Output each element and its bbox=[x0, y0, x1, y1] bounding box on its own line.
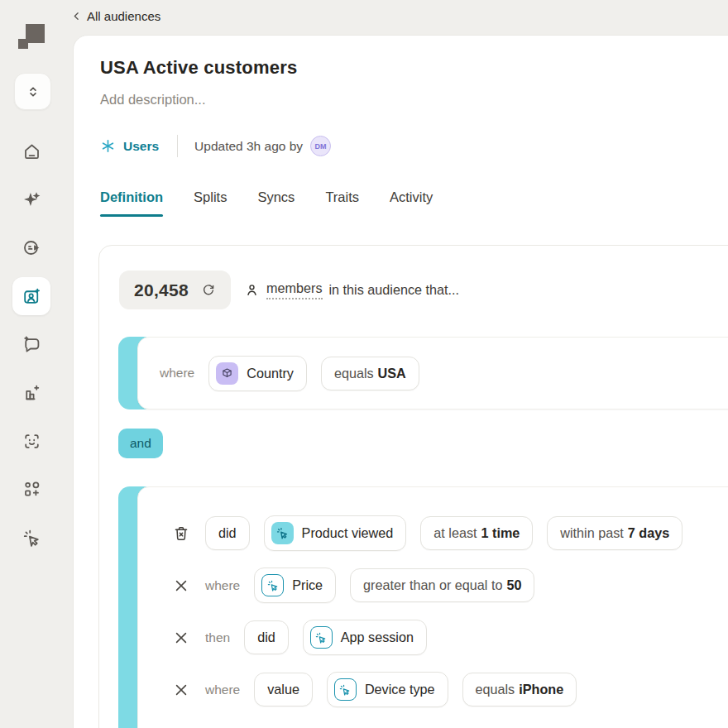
cube-icon bbox=[216, 362, 238, 385]
condition-row-then: then did App session bbox=[171, 620, 728, 655]
condition-card-country: where Country equals USA bbox=[137, 337, 728, 410]
entity-badge[interactable]: Users bbox=[100, 138, 159, 154]
remove-row-button[interactable] bbox=[171, 630, 191, 646]
breadcrumb-label: All audiences bbox=[87, 9, 160, 23]
sidebar bbox=[0, 0, 73, 728]
members-suffix: in this audience that... bbox=[329, 282, 459, 298]
home-icon bbox=[22, 141, 42, 162]
condition-row-price: where Price greater than or equal to 50 bbox=[171, 568, 728, 603]
description-placeholder[interactable]: Add description... bbox=[100, 92, 206, 108]
remove-row-button[interactable] bbox=[171, 577, 191, 594]
property-label: Device type bbox=[365, 682, 435, 697]
keyword-where: where bbox=[205, 682, 240, 697]
window-text: within past bbox=[560, 525, 623, 541]
updated-text: Updated 3h ago by bbox=[194, 139, 303, 154]
event-chip-product-viewed[interactable]: Product viewed bbox=[264, 515, 407, 551]
operator-text: greater than or equal to bbox=[363, 577, 502, 593]
property-chip-device-type[interactable]: Device type bbox=[327, 672, 448, 707]
remove-row-button[interactable] bbox=[171, 682, 191, 698]
face-scan-icon bbox=[22, 431, 42, 452]
definition-panel: 20,458 members in this audience that... … bbox=[98, 245, 728, 728]
chat-sparkle-icon bbox=[22, 334, 42, 355]
event-cursor-icon bbox=[271, 522, 294, 544]
event-label: App session bbox=[341, 630, 414, 645]
member-count-row: 20,458 members in this audience that... bbox=[119, 271, 459, 309]
operator-text: equals bbox=[476, 682, 515, 697]
app-logo bbox=[18, 24, 46, 50]
frequency-chip[interactable]: at least 1 time bbox=[420, 516, 533, 550]
and-connector[interactable]: and bbox=[118, 429, 163, 458]
sidebar-item-assistant[interactable] bbox=[12, 180, 50, 218]
cursor-sparkle-icon bbox=[22, 528, 42, 548]
chart-plus-icon bbox=[22, 382, 42, 403]
property-label: Price bbox=[292, 577, 323, 593]
window-value: 7 days bbox=[628, 525, 669, 541]
page-title[interactable]: USA Active customers bbox=[100, 57, 297, 79]
operator-chip-equals-iphone[interactable]: equals iPhone bbox=[462, 673, 577, 706]
tab-syncs[interactable]: Syncs bbox=[257, 189, 295, 217]
workspace-switcher[interactable] bbox=[14, 73, 51, 110]
condition-card-events: did Product viewed at least 1 time withi… bbox=[137, 486, 728, 728]
event-chip-app-session[interactable]: App session bbox=[303, 620, 427, 655]
event-cursor-icon bbox=[310, 626, 333, 649]
snowflake-icon bbox=[100, 138, 116, 154]
operator-value: 50 bbox=[506, 577, 521, 593]
event-property-cursor-icon bbox=[261, 574, 284, 596]
sidebar-item-analytics[interactable] bbox=[12, 373, 50, 411]
chevrons-up-down-icon bbox=[25, 84, 41, 100]
tab-traits[interactable]: Traits bbox=[325, 189, 359, 217]
entity-label: Users bbox=[123, 139, 159, 154]
sidebar-item-home[interactable] bbox=[12, 132, 50, 170]
meta-row: Users Updated 3h ago by DM bbox=[100, 135, 331, 157]
delete-row-button[interactable] bbox=[171, 524, 191, 543]
sidebar-item-journeys[interactable] bbox=[12, 228, 50, 266]
condition-row-event: did Product viewed at least 1 time withi… bbox=[171, 515, 728, 551]
refresh-button[interactable] bbox=[201, 283, 216, 298]
property-label: Country bbox=[247, 366, 294, 381]
sidebar-item-activation[interactable] bbox=[12, 519, 50, 557]
operator-chip-gte-50[interactable]: greater than or equal to 50 bbox=[350, 568, 534, 602]
member-count: 20,458 bbox=[134, 280, 189, 300]
members-link[interactable]: members bbox=[266, 280, 322, 299]
event-label: Product viewed bbox=[302, 525, 394, 541]
keyword-chip-did[interactable]: did bbox=[205, 516, 250, 550]
audiences-card-icon bbox=[22, 286, 42, 307]
person-icon bbox=[244, 282, 260, 298]
tab-splits[interactable]: Splits bbox=[194, 189, 227, 217]
frequency-text: at least bbox=[433, 525, 477, 541]
tab-activity[interactable]: Activity bbox=[390, 189, 433, 217]
journeys-face-icon bbox=[22, 237, 42, 258]
main-content-card: USA Active customers Add description... … bbox=[73, 35, 728, 728]
keyword-chip-did[interactable]: did bbox=[244, 620, 289, 654]
operator-value: iPhone bbox=[519, 682, 563, 697]
time-window-chip[interactable]: within past 7 days bbox=[547, 516, 682, 550]
avatar: DM bbox=[310, 136, 331, 156]
tab-definition[interactable]: Definition bbox=[100, 189, 163, 217]
frequency-value: 1 time bbox=[481, 525, 520, 541]
operator-value: USA bbox=[378, 366, 406, 381]
apps-plus-icon bbox=[22, 479, 42, 500]
tab-bar: Definition Splits Syncs Traits Activity bbox=[100, 189, 433, 217]
ai-sparkle-icon bbox=[22, 189, 42, 210]
member-count-pill: 20,458 bbox=[119, 271, 231, 309]
divider bbox=[177, 135, 178, 157]
operator-text: equals bbox=[334, 366, 374, 381]
sidebar-item-identity[interactable] bbox=[12, 422, 50, 460]
operator-chip-equals-usa[interactable]: equals USA bbox=[321, 357, 419, 390]
property-chip-price[interactable]: Price bbox=[254, 568, 336, 603]
keyword-then: then bbox=[205, 630, 230, 645]
property-chip-country[interactable]: Country bbox=[208, 356, 307, 391]
members-text: members in this audience that... bbox=[244, 280, 459, 299]
sidebar-item-profiles[interactable] bbox=[12, 325, 50, 363]
event-property-cursor-icon bbox=[334, 678, 357, 701]
keyword-where: where bbox=[205, 578, 240, 593]
keyword-where: where bbox=[160, 366, 194, 381]
sidebar-item-catalog[interactable] bbox=[12, 470, 50, 508]
condition-row-device: where value Device type equals iPhone bbox=[171, 672, 728, 707]
value-chip[interactable]: value bbox=[254, 673, 313, 706]
sidebar-item-audiences[interactable] bbox=[12, 277, 50, 315]
breadcrumb[interactable]: All audiences bbox=[71, 9, 160, 23]
